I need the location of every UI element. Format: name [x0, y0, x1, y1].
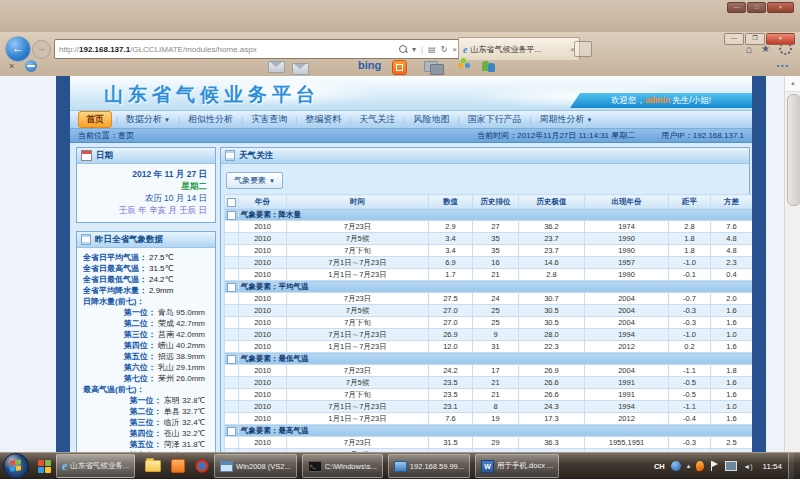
nav-item-1[interactable]: 首页 — [78, 111, 112, 128]
network-icon[interactable] — [725, 461, 737, 471]
system-tray: CH ▴ ◄) 11:54 — [654, 453, 800, 479]
table-cell: 27.0 — [429, 317, 473, 329]
table-cell: 24.2 — [429, 365, 473, 377]
table-cell: 7月23日 — [287, 221, 429, 233]
taskbar-button[interactable]: Win2008 (VS2... — [214, 454, 297, 478]
bing-bar-app-icon[interactable] — [392, 60, 407, 75]
nav-item-3[interactable]: 相似性分析 — [181, 112, 240, 127]
checkbox[interactable] — [227, 355, 236, 364]
media-app-icon[interactable] — [195, 459, 209, 473]
compatibility-view-icon[interactable]: ▤ — [428, 45, 436, 54]
table-cell: -1.0 — [669, 257, 711, 269]
refresh-icon[interactable]: ↻ — [441, 45, 448, 54]
section-label: 气象要素：平均气温 — [239, 281, 753, 293]
hidden-icons-chevron-icon[interactable]: ▴ — [687, 462, 691, 470]
close-icon[interactable]: × — [767, 2, 794, 13]
element-filter-button[interactable]: 气象要素 ▼ — [226, 172, 283, 189]
action-center-flag-icon[interactable] — [710, 461, 719, 471]
date-panel-header: 日期 — [77, 148, 215, 164]
content-area: 日期 2012 年 11 月 27 日 星期二 农历 10 月 14 日 壬辰 … — [70, 143, 752, 452]
nav-separator: | — [241, 115, 243, 124]
user-ip-label: 用户IP：192.168.137.1 — [661, 130, 744, 141]
table-cell: 25 — [473, 305, 519, 317]
stop-icon[interactable]: × — [452, 45, 457, 54]
orange-app-icon[interactable] — [171, 459, 185, 473]
forward-button[interactable]: → — [32, 40, 51, 59]
toolbar-close-icon[interactable]: × — [9, 61, 14, 71]
new-tab-button[interactable] — [574, 41, 592, 57]
column-header: 出现年份 — [585, 195, 669, 209]
row-indent-cell — [225, 221, 239, 233]
scrollbar-thumb[interactable] — [787, 94, 800, 206]
table-cell: -0.4 — [669, 413, 711, 425]
flame-app-icon[interactable] — [696, 460, 705, 471]
globe-icon[interactable] — [671, 461, 681, 471]
volume-icon[interactable]: ◄) — [743, 463, 752, 470]
page-scrollbar[interactable]: ▲ — [784, 76, 800, 452]
blocked-content-icon[interactable] — [25, 60, 37, 72]
date-panel: 日期 2012 年 11 月 27 日 星期二 农历 10 月 14 日 壬辰 … — [76, 147, 216, 223]
scroll-up-icon[interactable]: ▲ — [785, 76, 800, 92]
table-cell: 30.5 — [519, 317, 585, 329]
tab-title: 山东省气候业务平... — [470, 44, 541, 55]
table-cell: -1.1 — [669, 401, 711, 413]
chevron-down-icon[interactable]: ▾ — [412, 45, 416, 54]
minimize-icon[interactable]: — — [727, 2, 746, 13]
table-row: 20107月5候3.43523.719901.84.8 — [225, 233, 753, 245]
pinned-app-icon[interactable] — [38, 460, 51, 473]
table-cell: 2.9 — [429, 221, 473, 233]
row-indent-cell — [225, 365, 239, 377]
address-bar[interactable]: http://192.168.137.1/GLCCLIMATE/modules/… — [54, 39, 462, 59]
table-cell: 7月23日 — [287, 437, 429, 449]
nav-item-8[interactable]: 国家下行产品 — [461, 112, 529, 127]
search-icon[interactable] — [399, 45, 407, 53]
back-button[interactable]: ← — [5, 36, 31, 62]
browser-tab[interactable]: e 山东省气候业务平... × — [458, 37, 580, 60]
mail-icon[interactable] — [268, 61, 285, 73]
window-icon — [220, 461, 233, 472]
section-label: 气象要素：降水量 — [239, 209, 753, 221]
table-cell: 2004 — [585, 365, 669, 377]
taskbar-button[interactable]: C:\Windows\s... — [302, 454, 383, 478]
nav-item-4[interactable]: 灾害查询 — [244, 112, 294, 127]
table-cell: 1.8 — [669, 233, 711, 245]
table-cell: 21 — [473, 389, 519, 401]
nav-item-6[interactable]: 天气关注 — [352, 112, 402, 127]
close-button[interactable]: × — [766, 33, 795, 45]
nav-item-9[interactable]: 周期性分析▼ — [533, 112, 600, 127]
show-desktop-button[interactable] — [788, 453, 794, 479]
maximize-icon[interactable]: □ — [747, 2, 766, 13]
explorer-folder-icon[interactable] — [145, 460, 161, 472]
checkbox[interactable] — [227, 283, 236, 292]
table-cell: 1.6 — [711, 413, 753, 425]
checkbox[interactable] — [227, 198, 236, 207]
nav-item-5[interactable]: 整编资料 — [298, 112, 348, 127]
taskbar-ie-button[interactable]: e 山东省气候业务... — [56, 454, 135, 478]
table-cell: 0.2 — [669, 341, 711, 353]
send-mail-icon[interactable] — [292, 63, 309, 75]
table-cell: 2012 — [585, 341, 669, 353]
maximize-button[interactable]: ❐ — [745, 33, 765, 45]
rank-line: 第五位： 招远 38.9mm — [77, 351, 215, 362]
taskbar-button[interactable]: 用于手机.docx ... — [475, 454, 559, 478]
page-right-border — [752, 76, 766, 452]
more-addons-icon[interactable]: ••• — [777, 62, 790, 69]
nav-item-7[interactable]: 风险地图 — [406, 112, 456, 127]
table-cell: 27 — [473, 221, 519, 233]
language-indicator[interactable]: CH — [654, 462, 665, 471]
taskbar-clock[interactable]: 11:54 — [763, 462, 782, 471]
rank-label: 第一位： — [130, 396, 162, 405]
rank-label: 第二位： — [124, 319, 156, 328]
nav-item-2[interactable]: 数据分析▼ — [119, 112, 177, 127]
minimize-button[interactable]: — — [724, 33, 744, 45]
checkbox[interactable] — [227, 211, 236, 220]
section-checkbox-cell — [225, 209, 239, 221]
screen: — □ × ← → http://192.168.137.1/GLCCLIMAT… — [0, 0, 800, 500]
bing-logo[interactable]: bing — [358, 59, 381, 71]
checkbox[interactable] — [227, 427, 236, 436]
table-cell: 2010 — [239, 221, 287, 233]
taskbar-button[interactable]: 192.168.59.99... — [388, 454, 470, 478]
paw-addon-icon[interactable] — [458, 63, 463, 68]
start-button[interactable] — [3, 453, 29, 479]
column-header: 时间 — [287, 195, 429, 209]
